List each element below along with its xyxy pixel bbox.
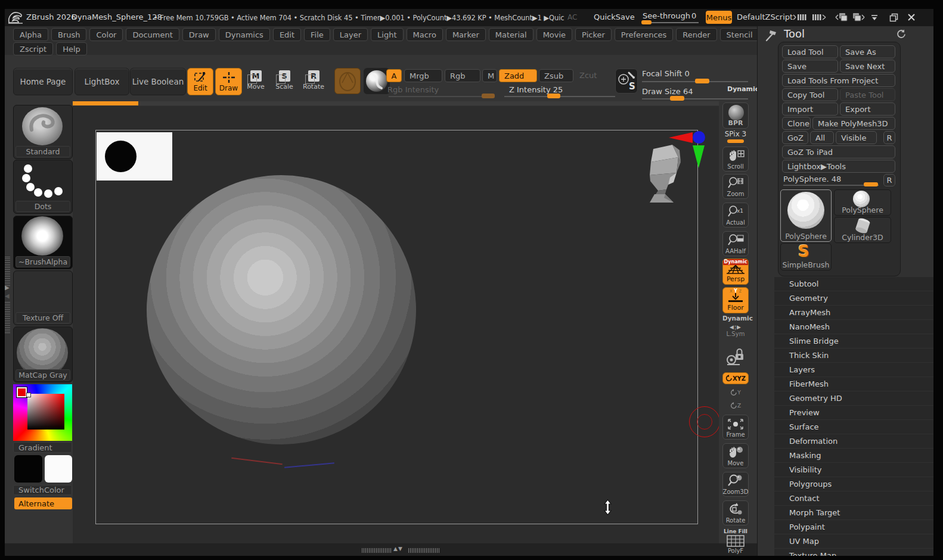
export-button[interactable]: Export bbox=[840, 102, 895, 116]
subpalette-geometry-hd[interactable]: Geometry HD bbox=[774, 391, 933, 405]
z-intensity-slider-handle[interactable] bbox=[547, 94, 560, 98]
axis-x-arrow[interactable] bbox=[669, 132, 693, 143]
menu-item-stencil[interactable]: Stencil bbox=[720, 28, 759, 41]
menu-item-picker[interactable]: Picker bbox=[575, 28, 612, 41]
menu-item-movie[interactable]: Movie bbox=[536, 28, 572, 41]
subpalette-thick-skin[interactable]: Thick Skin bbox=[774, 349, 933, 362]
left-tray-arrow-close[interactable]: ◀ bbox=[5, 293, 10, 299]
subpalette-uv-map[interactable]: UV Map bbox=[774, 534, 933, 548]
subpalette-subtool[interactable]: Subtool bbox=[774, 277, 933, 291]
tool-thumbnail-polysphere[interactable]: PolySphere bbox=[834, 189, 891, 216]
menu-item-zscript[interactable]: Zscript bbox=[13, 42, 53, 55]
subpalette-layers[interactable]: Layers bbox=[774, 363, 933, 377]
subpalette-texture-map[interactable]: Texture Map bbox=[774, 549, 933, 556]
a-polyframe-button[interactable]: A bbox=[386, 69, 402, 82]
rgb-intensity-slider-handle[interactable] bbox=[482, 94, 495, 98]
zcut-button[interactable]: Zcut bbox=[579, 71, 597, 80]
rgb-button[interactable]: Rgb bbox=[445, 69, 480, 82]
save-as-button[interactable]: Save As bbox=[840, 45, 895, 58]
current-brush-tile[interactable]: Standard bbox=[13, 105, 73, 159]
menu-item-render[interactable]: Render bbox=[676, 28, 716, 41]
camera-lock-button[interactable] bbox=[722, 343, 749, 369]
canvas-viewport[interactable] bbox=[73, 106, 719, 543]
local-symmetry-button[interactable]: ◀¦▶ L.Sym bbox=[722, 323, 749, 338]
menu-item-dynamics[interactable]: Dynamics bbox=[219, 28, 270, 41]
menu-item-material[interactable]: Material bbox=[489, 28, 533, 41]
subpalette-polygroups[interactable]: Polygroups bbox=[774, 477, 933, 491]
restore-icon[interactable] bbox=[889, 13, 898, 22]
draw-mode-button[interactable]: Draw bbox=[215, 68, 242, 95]
rotate-y-button[interactable]: Y bbox=[722, 388, 749, 399]
lightbox-drag-bar[interactable] bbox=[73, 101, 719, 105]
menu-item-alpha[interactable]: Alpha bbox=[13, 28, 48, 41]
subpalette-masking[interactable]: Masking bbox=[774, 449, 933, 462]
scroll-button[interactable]: Scroll bbox=[722, 147, 749, 172]
menu-item-light[interactable]: Light bbox=[371, 28, 403, 41]
shrink-sliders-icon[interactable] bbox=[793, 13, 808, 21]
frame-button[interactable]: Frame bbox=[722, 415, 749, 440]
zadd-button[interactable]: Zadd bbox=[499, 69, 537, 82]
current-alpha-tile[interactable]: ~BrushAlpha bbox=[13, 216, 73, 269]
load-tool-button[interactable]: Load Tool bbox=[782, 45, 838, 58]
subpalette-slime-bridge[interactable]: Slime Bridge bbox=[774, 334, 933, 348]
live-boolean-button[interactable]: Live Boolean bbox=[130, 68, 186, 95]
left-tray-arrow-open[interactable]: ▶ bbox=[5, 284, 10, 291]
current-texture-tile[interactable]: Texture Off bbox=[13, 270, 73, 325]
minimize-icon[interactable] bbox=[870, 14, 879, 21]
save-next-button[interactable]: Save Next bbox=[840, 60, 895, 73]
persp-button[interactable]: Dynamic Persp bbox=[722, 259, 749, 285]
floor-axis-x[interactable]: x bbox=[730, 288, 733, 294]
floor-button[interactable]: x Y z Floor bbox=[722, 287, 749, 313]
aahalf-button[interactable]: AAHalf bbox=[722, 231, 749, 256]
bottom-tray-arrows[interactable]: ▲▼ bbox=[393, 546, 403, 552]
expand-sliders-icon[interactable] bbox=[811, 13, 826, 21]
gradient-label[interactable]: Gradient bbox=[13, 442, 72, 453]
mrgb-button[interactable]: Mrgb bbox=[404, 69, 442, 82]
floor-axis-z[interactable]: z bbox=[739, 288, 742, 294]
actual-button[interactable]: x1 Actual bbox=[722, 203, 749, 228]
paste-tool-button[interactable]: Paste Tool bbox=[840, 88, 895, 101]
current-brush-thumbnail[interactable] bbox=[334, 68, 361, 94]
draw-size-slider-handle[interactable] bbox=[670, 96, 684, 101]
bottom-tray-handle-right[interactable] bbox=[408, 548, 439, 553]
lightbox-drag-bar-handle[interactable] bbox=[73, 101, 138, 105]
clone-button[interactable]: Clone bbox=[782, 117, 811, 130]
subpalette-nanomesh[interactable]: NanoMesh bbox=[774, 320, 933, 334]
spix-slider-handle[interactable] bbox=[727, 139, 744, 143]
see-through-slider-handle[interactable] bbox=[641, 20, 652, 24]
draw-size-slider[interactable] bbox=[642, 98, 748, 99]
rotate-xyz-button[interactable]: XYZ bbox=[722, 372, 749, 384]
subpalette-polypaint[interactable]: Polypaint bbox=[774, 520, 933, 534]
menu-item-draw[interactable]: Draw bbox=[182, 28, 216, 41]
bpr-button[interactable]: BPR bbox=[722, 102, 749, 129]
subpalette-contact[interactable]: Contact bbox=[774, 491, 933, 505]
save-button[interactable]: Save bbox=[782, 60, 838, 73]
move-mode-button[interactable]: M Move bbox=[243, 70, 268, 91]
axis-y-arrow[interactable] bbox=[693, 145, 705, 168]
subpalette-fibermesh[interactable]: FiberMesh bbox=[774, 377, 933, 391]
make-polymesh3d-button[interactable]: Make PolyMesh3D bbox=[812, 117, 895, 130]
lightbox-tools-button[interactable]: Lightbox▶Tools bbox=[782, 160, 895, 173]
sculpt-sphere-model[interactable] bbox=[147, 175, 416, 444]
goz-to-ipad-button[interactable]: GoZ To iPad bbox=[782, 145, 895, 158]
left-tray-handle-bottom[interactable] bbox=[5, 302, 10, 333]
quicksave-button[interactable]: QuickSave bbox=[594, 13, 635, 21]
subpalette-surface[interactable]: Surface bbox=[774, 420, 933, 434]
floor-axis-y[interactable]: Y bbox=[734, 288, 737, 294]
tool-thumbnail-simplebrush[interactable]: S SimpleBrush bbox=[780, 243, 832, 270]
reset-icon[interactable] bbox=[896, 29, 906, 39]
rgb-intensity-slider[interactable] bbox=[389, 96, 490, 97]
polysphere-r-button[interactable]: R bbox=[883, 174, 895, 186]
rotate-mode-button[interactable]: R Rotate bbox=[300, 70, 327, 91]
edit-mode-button[interactable]: Edit bbox=[187, 68, 213, 95]
import-button[interactable]: Import bbox=[782, 102, 838, 116]
menu-item-layer[interactable]: Layer bbox=[333, 28, 368, 41]
bottom-tray-handle-left[interactable] bbox=[362, 548, 392, 553]
subpalette-morph-target[interactable]: Morph Target bbox=[774, 506, 933, 519]
current-material-tile[interactable]: MatCap Gray bbox=[13, 326, 73, 382]
stroke-lasso-icon[interactable]: S bbox=[615, 69, 638, 94]
focal-shift-slider-handle[interactable] bbox=[695, 79, 709, 83]
home-page-button[interactable]: Home Page bbox=[13, 68, 73, 95]
menu-item-marker[interactable]: Marker bbox=[446, 28, 486, 41]
menu-item-help[interactable]: Help bbox=[56, 42, 87, 55]
